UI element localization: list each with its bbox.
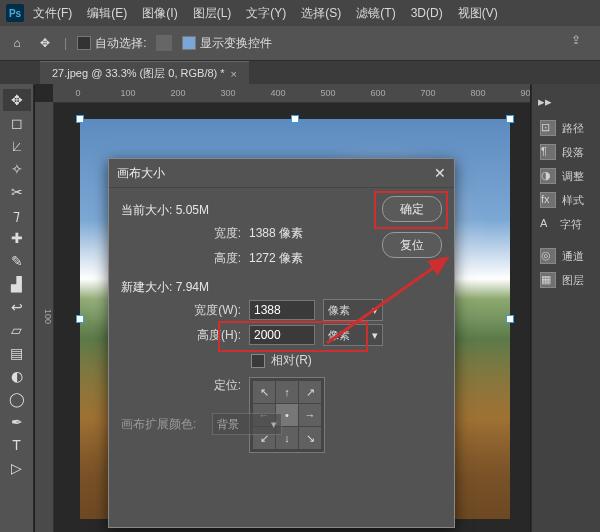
menu-filter[interactable]: 滤镜(T) [350, 1, 401, 26]
panel-styles[interactable]: fx样式 [532, 188, 600, 212]
home-icon[interactable]: ⌂ [8, 34, 26, 52]
panel-collapse-icon[interactable]: ▸▸ [538, 94, 552, 108]
adjust-icon: ◑ [540, 168, 556, 184]
height-label: 高度(H): [121, 327, 249, 344]
relative-label: 相对(R) [271, 352, 312, 369]
path-select-tool[interactable]: ▷ [3, 457, 31, 479]
ok-button[interactable]: 确定 [382, 196, 442, 222]
lasso-tool[interactable]: ⟀ [3, 135, 31, 157]
transform-handle[interactable] [506, 315, 514, 323]
menu-view[interactable]: 视图(V) [452, 1, 504, 26]
ext-color-label: 画布扩展颜色: [121, 416, 196, 433]
transform-handle[interactable] [291, 115, 299, 123]
eraser-tool[interactable]: ▱ [3, 319, 31, 341]
tab-label: 27.jpeg @ 33.3% (图层 0, RGB/8) * [52, 66, 225, 81]
eyedropper-tool[interactable]: ⁊ [3, 204, 31, 226]
paragraph-icon: ¶ [540, 144, 556, 160]
dodge-tool[interactable]: ◯ [3, 388, 31, 410]
menu-file[interactable]: 文件(F) [27, 1, 78, 26]
auto-select-checkbox[interactable] [77, 36, 91, 50]
layers-icon: ▦ [540, 272, 556, 288]
options-bar: ⌂ ✥ | 自动选择: 显示变换控件 [0, 26, 600, 61]
close-icon[interactable]: ✕ [434, 165, 446, 181]
show-transform-group: 显示变换控件 [182, 35, 272, 52]
menu-select[interactable]: 选择(S) [295, 1, 347, 26]
brush-tool[interactable]: ✎ [3, 250, 31, 272]
ps-logo: Ps [6, 4, 24, 22]
document-tab[interactable]: 27.jpeg @ 33.3% (图层 0, RGB/8) * × [40, 61, 249, 85]
ext-color-select: 背景▾ [212, 413, 282, 435]
document-tabs: 27.jpeg @ 33.3% (图层 0, RGB/8) * × [0, 61, 600, 85]
menu-image[interactable]: 图像(I) [136, 1, 183, 26]
height-unit-select[interactable]: 像素▾ [323, 324, 383, 346]
marquee-tool[interactable]: ◻ [3, 112, 31, 134]
right-panels: ▸▸ ⊡路径 ¶段落 ◑调整 fx样式 A字符 ◎通道 ▦图层 [531, 84, 600, 532]
ruler-vertical: 100 [35, 102, 54, 532]
transform-handle[interactable] [506, 115, 514, 123]
styles-icon: fx [540, 192, 556, 208]
menu-type[interactable]: 文字(Y) [240, 1, 292, 26]
toolbox: ✥ ◻ ⟀ ✧ ✂ ⁊ ✚ ✎ ▟ ↩ ▱ ▤ ◐ ◯ ✒ T ▷ [0, 84, 34, 532]
dialog-title: 画布大小 [117, 165, 165, 182]
auto-select-group: 自动选择: [77, 35, 146, 52]
pen-tool[interactable]: ✒ [3, 411, 31, 433]
panel-adjust[interactable]: ◑调整 [532, 164, 600, 188]
move-tool[interactable]: ✥ [3, 89, 31, 111]
autoselect-dropdown[interactable] [156, 35, 172, 51]
menubar: Ps 文件(F) 编辑(E) 图像(I) 图层(L) 文字(Y) 选择(S) 滤… [0, 0, 600, 26]
char-icon: A [540, 217, 554, 231]
anchor-label: 定位: [121, 377, 249, 394]
history-brush-tool[interactable]: ↩ [3, 296, 31, 318]
paths-icon: ⊡ [540, 120, 556, 136]
menu-layer[interactable]: 图层(L) [187, 1, 238, 26]
panel-char[interactable]: A字符 [532, 212, 600, 236]
ruler-horizontal: 0100200300400500600700800900100011001200… [53, 84, 530, 103]
relative-checkbox[interactable] [251, 354, 265, 368]
width-unit-select[interactable]: 像素▾ [323, 299, 383, 321]
close-tab-icon[interactable]: × [231, 68, 237, 80]
share-icon[interactable]: ⇪ [568, 32, 584, 48]
transform-handle[interactable] [76, 315, 84, 323]
panel-channels[interactable]: ◎通道 [532, 244, 600, 268]
canvas-size-dialog: 画布大小 ✕ 确定 复位 当前大小: 5.05M 宽度:1388 像素 高度:1… [108, 158, 455, 528]
dialog-titlebar[interactable]: 画布大小 ✕ [109, 159, 454, 188]
menu-3d[interactable]: 3D(D) [405, 2, 449, 24]
height-input[interactable] [249, 325, 315, 345]
menu-edit[interactable]: 编辑(E) [81, 1, 133, 26]
type-tool[interactable]: T [3, 434, 31, 456]
move-tool-icon: ✥ [36, 34, 54, 52]
panel-layers[interactable]: ▦图层 [532, 268, 600, 292]
reset-button[interactable]: 复位 [382, 232, 442, 258]
show-transform-checkbox[interactable] [182, 36, 196, 50]
crop-tool[interactable]: ✂ [3, 181, 31, 203]
panel-paths[interactable]: ⊡路径 [532, 116, 600, 140]
width-label: 宽度(W): [121, 302, 249, 319]
healing-tool[interactable]: ✚ [3, 227, 31, 249]
chevron-down-icon: ▾ [372, 329, 378, 342]
blur-tool[interactable]: ◐ [3, 365, 31, 387]
stamp-tool[interactable]: ▟ [3, 273, 31, 295]
magic-wand-tool[interactable]: ✧ [3, 158, 31, 180]
channels-icon: ◎ [540, 248, 556, 264]
chevron-down-icon: ▾ [372, 304, 378, 317]
width-input[interactable] [249, 300, 315, 320]
gradient-tool[interactable]: ▤ [3, 342, 31, 364]
panel-paragraph[interactable]: ¶段落 [532, 140, 600, 164]
transform-handle[interactable] [76, 115, 84, 123]
